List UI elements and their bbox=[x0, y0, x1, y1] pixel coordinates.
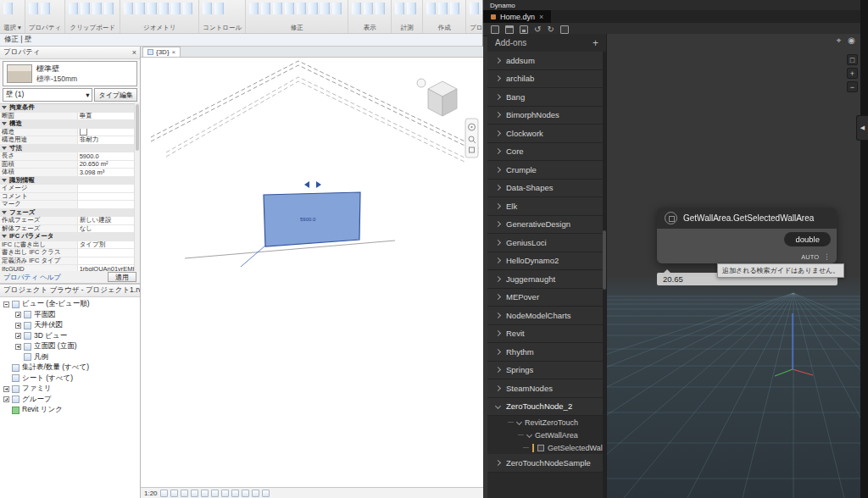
ribbon-group[interactable]: プロファイル bbox=[466, 0, 482, 33]
view-control-icon[interactable] bbox=[221, 490, 229, 497]
property-value[interactable] bbox=[78, 201, 134, 208]
library-item[interactable]: Crumple bbox=[487, 161, 606, 180]
library-item[interactable]: Springs bbox=[487, 362, 606, 380]
home-icon[interactable] bbox=[417, 79, 426, 87]
tree-item[interactable]: Revit リンク bbox=[0, 405, 140, 416]
property-row[interactable]: IFC パラメータ bbox=[0, 233, 134, 241]
expand-icon[interactable] bbox=[3, 386, 9, 392]
save-file-icon[interactable] bbox=[520, 25, 528, 34]
property-row[interactable]: 断面 垂直 bbox=[0, 113, 134, 121]
ribbon-group[interactable]: 計測 bbox=[392, 0, 423, 33]
property-row[interactable]: 長さ 5900.0 bbox=[0, 152, 134, 161]
property-value[interactable] bbox=[78, 257, 134, 265]
add-package-icon[interactable]: + bbox=[593, 37, 598, 49]
view-control-icon[interactable] bbox=[262, 490, 270, 497]
flip-arrow-icon[interactable] bbox=[304, 181, 309, 188]
tree-item[interactable]: 3D ビュー bbox=[0, 331, 140, 342]
ribbon-group[interactable]: ジオメトリ bbox=[120, 0, 199, 33]
property-value[interactable]: タイプ別 bbox=[78, 241, 134, 249]
library-item[interactable]: ZeroTouchNodeSample bbox=[487, 454, 606, 473]
properties-scrollbar[interactable] bbox=[134, 102, 140, 271]
view-control-icon[interactable] bbox=[170, 490, 178, 497]
property-row[interactable]: 書き出し IFC クラス bbox=[0, 249, 134, 257]
view-control-icon[interactable] bbox=[201, 490, 209, 497]
fit-view-icon[interactable]: □ bbox=[847, 54, 858, 65]
view-scale[interactable]: 1:20 bbox=[144, 490, 158, 497]
property-row[interactable]: イメージ bbox=[0, 185, 134, 193]
property-row[interactable]: 体積 3.098 m³ bbox=[0, 169, 134, 177]
type-selector[interactable]: 標準壁 標準-150mm bbox=[3, 61, 137, 86]
property-row[interactable]: 構造 bbox=[0, 120, 134, 129]
ribbon-group-icons[interactable] bbox=[69, 3, 116, 14]
expand-panel-button[interactable]: ◀ bbox=[856, 115, 868, 141]
element-selector-dropdown[interactable]: 壁 (1) ▾ bbox=[3, 88, 92, 102]
zoom-out-icon[interactable]: − bbox=[847, 81, 858, 92]
node-options-icon[interactable]: ⋮ bbox=[823, 252, 831, 261]
library-item[interactable]: GetWallArea bbox=[487, 429, 606, 441]
property-row[interactable]: 構造 bbox=[0, 129, 134, 137]
tree-item[interactable]: ビュー (全-ビュー順) bbox=[0, 299, 140, 310]
library-item[interactable]: GeniusLoci bbox=[487, 234, 606, 252]
ribbon-group-icons[interactable] bbox=[470, 3, 482, 14]
library-item[interactable]: GenerativeDesign bbox=[487, 216, 606, 235]
library-item[interactable]: GetSelectedWallArea bbox=[487, 441, 606, 454]
library-item[interactable]: NodeModelCharts bbox=[487, 307, 606, 325]
library-item[interactable]: HelloDynamo2 bbox=[487, 252, 606, 271]
property-value[interactable] bbox=[78, 129, 134, 136]
library-item[interactable]: MEPover bbox=[487, 289, 606, 307]
expand-icon[interactable] bbox=[15, 344, 21, 350]
ribbon-group[interactable]: 表示 bbox=[348, 0, 392, 33]
zoom-in-icon[interactable]: + bbox=[847, 68, 858, 79]
ribbon-group-icons[interactable] bbox=[352, 3, 387, 14]
node-header[interactable]: GetWallArea.GetSelectedWallArea bbox=[657, 208, 837, 229]
node-getselectedwallarea[interactable]: GetWallArea.GetSelectedWallArea double A… bbox=[657, 208, 837, 263]
view-control-icon[interactable] bbox=[231, 490, 239, 497]
view-control-icon[interactable] bbox=[160, 490, 168, 497]
ribbon-group-icons[interactable] bbox=[203, 3, 226, 14]
wall-dimension-label[interactable]: 5900.0 bbox=[300, 217, 316, 222]
property-row[interactable]: フェーズ bbox=[0, 209, 134, 218]
output-port-double[interactable]: double bbox=[784, 232, 831, 246]
view-cube[interactable] bbox=[417, 79, 457, 116]
ribbon-group[interactable]: 選択 ▾ bbox=[0, 0, 25, 33]
ribbon-group-icons[interactable] bbox=[29, 3, 53, 14]
property-row[interactable]: 面積 20.650 m² bbox=[0, 161, 134, 169]
export-image-icon[interactable] bbox=[560, 25, 569, 34]
view-tab[interactable]: {3D} × bbox=[142, 47, 181, 57]
undo-icon[interactable]: ↺ bbox=[534, 25, 541, 34]
open-file-icon[interactable] bbox=[505, 25, 514, 34]
expand-icon[interactable] bbox=[15, 323, 21, 329]
library-scrollbar[interactable] bbox=[603, 52, 606, 498]
expand-icon[interactable] bbox=[15, 312, 21, 318]
navigation-bar[interactable] bbox=[465, 119, 478, 158]
library-item[interactable]: Bang bbox=[487, 88, 606, 107]
tree-item[interactable]: 凡例 bbox=[0, 352, 140, 363]
close-icon[interactable]: × bbox=[132, 48, 136, 57]
property-value[interactable]: 新しい建設 bbox=[78, 217, 134, 224]
view-control-icon[interactable] bbox=[252, 490, 259, 497]
library-item[interactable]: archilab bbox=[487, 70, 606, 89]
apply-button[interactable]: 適用 bbox=[108, 272, 136, 282]
library-item[interactable]: RevitZeroTouch bbox=[487, 416, 606, 429]
edit-type-button[interactable]: タイプ編集 bbox=[94, 88, 137, 102]
tree-item[interactable]: 集計表/数量 (すべて) bbox=[0, 362, 140, 374]
ribbon-group[interactable]: 作成 bbox=[423, 0, 466, 33]
property-value[interactable] bbox=[78, 185, 134, 192]
view-control-icon[interactable] bbox=[191, 490, 198, 497]
ribbon-group[interactable]: プロパティ bbox=[25, 0, 65, 33]
tree-item[interactable]: 平面図 bbox=[0, 310, 140, 321]
property-value[interactable] bbox=[78, 249, 134, 257]
properties-help-link[interactable]: プロパティ ヘルプ bbox=[3, 273, 61, 282]
camera-icon[interactable]: ◉ bbox=[848, 36, 855, 45]
library-item[interactable]: Juggernaught bbox=[487, 270, 606, 289]
library-item[interactable]: Data-Shapes bbox=[487, 180, 606, 198]
new-file-icon[interactable] bbox=[491, 25, 499, 34]
scrollbar-thumb[interactable] bbox=[136, 104, 139, 151]
library-item[interactable]: Core bbox=[487, 143, 606, 162]
close-icon[interactable]: × bbox=[172, 48, 176, 56]
library-item[interactable]: Rhythm bbox=[487, 343, 606, 362]
property-row[interactable]: 作成フェーズ 新しい建設 bbox=[0, 217, 134, 225]
view-control-icon[interactable] bbox=[181, 490, 188, 497]
property-value[interactable] bbox=[78, 193, 134, 201]
property-row[interactable]: IfcGUID 1rbqlOUAn01vrEMHjUwVRw bbox=[0, 265, 134, 271]
